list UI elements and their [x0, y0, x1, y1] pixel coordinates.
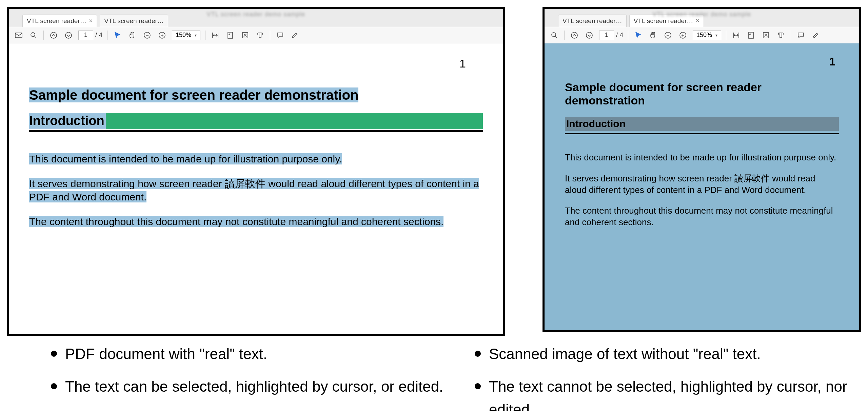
caption-list-right: Scanned image of text without "real" tex… — [475, 342, 858, 411]
select-tool-icon[interactable] — [633, 30, 643, 40]
tab-label: VTL screen reader… — [563, 17, 622, 25]
page-up-icon[interactable] — [569, 30, 579, 40]
zoom-value: 150% — [176, 32, 191, 39]
separator — [43, 31, 44, 40]
pdf-viewer-left: VTL screen reader demo sample VTL screen… — [7, 7, 505, 336]
section-heading: Introduction — [29, 113, 106, 129]
zoom-out-icon[interactable] — [142, 30, 152, 40]
heading-underline — [29, 130, 483, 132]
select-tool-icon[interactable] — [112, 30, 122, 40]
read-aloud-icon[interactable] — [255, 30, 265, 40]
page-number: 1 — [829, 55, 835, 68]
page-down-icon[interactable] — [63, 30, 74, 40]
paragraph: This document is intended to be made up … — [565, 152, 839, 163]
tab-1[interactable]: VTL screen reader… — [558, 15, 627, 27]
page-up-icon[interactable] — [48, 30, 59, 40]
separator — [564, 31, 565, 40]
caption-item: PDF document with "real" text. — [51, 342, 485, 366]
chevron-down-icon: ▾ — [195, 33, 197, 38]
paragraph: It serves demonstrating how screen reade… — [565, 173, 839, 196]
toolbar: / 4 150% ▾ — [9, 27, 503, 43]
separator — [270, 31, 270, 40]
chevron-down-icon: ▾ — [715, 33, 717, 38]
tab-1[interactable]: VTL screen reader… × — [22, 15, 97, 27]
paragraph: It serves demonstrating how screen reade… — [29, 177, 483, 203]
page-current-input[interactable] — [78, 31, 93, 40]
hand-tool-icon[interactable] — [648, 30, 658, 40]
zoom-out-icon[interactable] — [663, 30, 673, 40]
section-heading-row: Introduction — [29, 113, 483, 132]
zoom-in-icon[interactable] — [678, 30, 688, 40]
paragraph: The content throughout this document may… — [29, 215, 483, 228]
search-icon[interactable] — [28, 30, 39, 40]
comment-icon[interactable] — [796, 30, 806, 40]
document-title: Sample document for screen reader demons… — [29, 87, 483, 103]
tab-bar: VTL screen reader demo sample VTL screen… — [9, 9, 503, 27]
page-indicator: / 4 — [599, 31, 623, 40]
page-sep: / — [616, 32, 618, 39]
svg-rect-0 — [15, 33, 22, 38]
page-current-input[interactable] — [599, 31, 614, 40]
section-heading: Introduction — [565, 117, 627, 130]
fit-width-icon[interactable] — [731, 30, 741, 40]
paragraph: This document is intended to be made up … — [29, 152, 483, 165]
page-total: 4 — [620, 32, 623, 39]
svg-point-3 — [65, 32, 72, 38]
close-icon[interactable]: × — [89, 17, 93, 24]
tab-label: VTL screen reader… — [27, 17, 86, 25]
zoom-value: 150% — [696, 32, 712, 39]
window-title-blur: VTL screen reader demo sample — [653, 11, 751, 18]
tab-bar: VTL screen reader demo sample VTL screen… — [545, 9, 859, 27]
tab-label: VTL screen reader… — [634, 17, 693, 25]
page-down-icon[interactable] — [584, 30, 594, 40]
separator — [205, 31, 205, 40]
fit-page-icon[interactable] — [225, 30, 235, 40]
tab-label: VTL screen reader… — [104, 17, 164, 25]
caption-item: The text can be selected, highlighted by… — [51, 375, 485, 398]
read-aloud-icon[interactable] — [776, 30, 786, 40]
section-heading-row: Introduction — [565, 117, 839, 136]
fit-width-icon[interactable] — [210, 30, 220, 40]
pdf-viewer-right: VTL screen reader demo sample VTL screen… — [542, 7, 861, 332]
svg-rect-13 — [749, 32, 753, 38]
separator — [628, 31, 628, 40]
tab-2[interactable]: VTL screen reader… — [100, 15, 168, 27]
page-total: 4 — [99, 32, 102, 39]
fit-page-icon[interactable] — [746, 30, 756, 40]
caption-item: Scanned image of text without "real" tex… — [475, 342, 858, 366]
zoom-in-icon[interactable] — [157, 30, 167, 40]
document-title: Sample document for screen reader demons… — [565, 81, 839, 107]
heading-underline — [565, 133, 839, 134]
page-indicator: / 4 — [78, 31, 102, 40]
separator — [726, 31, 726, 40]
hand-tool-icon[interactable] — [127, 30, 137, 40]
svg-rect-6 — [228, 32, 233, 38]
separator — [107, 31, 107, 40]
mail-icon[interactable] — [14, 30, 24, 40]
caption-item: The text cannot be selected, highlighted… — [475, 375, 858, 411]
highlight-pen-icon[interactable] — [811, 30, 821, 40]
svg-point-10 — [586, 32, 592, 38]
rotate-icon[interactable] — [240, 30, 250, 40]
window-title-blur: VTL screen reader demo sample — [207, 11, 305, 18]
document-area[interactable]: 1 Sample document for screen reader demo… — [545, 43, 859, 330]
close-icon[interactable]: × — [696, 17, 699, 24]
caption-list-left: PDF document with "real" text. The text … — [51, 342, 485, 408]
zoom-dropdown[interactable]: 150% ▾ — [172, 31, 200, 40]
svg-point-9 — [571, 32, 577, 38]
comment-icon[interactable] — [275, 30, 285, 40]
zoom-dropdown[interactable]: 150% ▾ — [693, 31, 721, 40]
svg-point-1 — [31, 33, 35, 37]
highlight-pen-icon[interactable] — [290, 30, 300, 40]
paragraph: The content throughout this document may… — [565, 205, 839, 228]
search-icon[interactable] — [549, 30, 559, 40]
page-sep: / — [95, 32, 97, 39]
toolbar: / 4 150% ▾ — [545, 27, 859, 43]
rotate-icon[interactable] — [761, 30, 771, 40]
svg-point-8 — [552, 33, 556, 37]
svg-point-2 — [51, 32, 57, 38]
document-area[interactable]: 1 Sample document for screen reader demo… — [9, 43, 503, 334]
separator — [791, 31, 791, 40]
page-number: 1 — [459, 57, 466, 70]
